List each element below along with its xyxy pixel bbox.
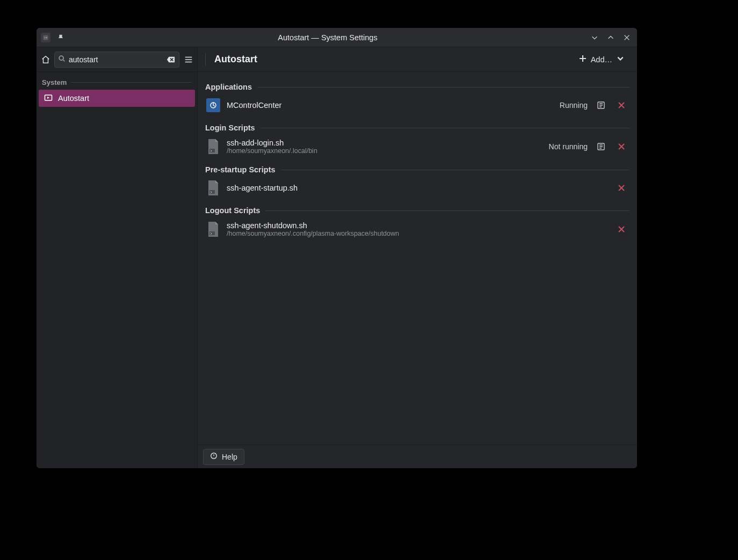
sidebar-item-autostart[interactable]: Autostart xyxy=(39,90,195,107)
divider xyxy=(257,87,630,88)
divider xyxy=(205,53,206,66)
sidebar-body: System Autostart xyxy=(37,72,197,111)
maximize-button[interactable] xyxy=(605,32,617,43)
remove-button[interactable] xyxy=(614,181,628,195)
pin-icon[interactable] xyxy=(55,32,67,43)
list-item[interactable]: ssh-agent-shutdown.sh /home/soumyaxneon/… xyxy=(205,217,630,242)
list-item[interactable]: MControlCenter Running xyxy=(205,93,630,117)
script-file-icon xyxy=(206,222,220,236)
entry-name: ssh-agent-shutdown.sh xyxy=(227,221,399,230)
svg-point-2 xyxy=(46,37,47,38)
plus-icon xyxy=(579,55,587,64)
footer: Help xyxy=(198,445,637,468)
close-button[interactable] xyxy=(621,32,633,43)
main: Autostart Add… Applications xyxy=(198,47,637,468)
remove-button[interactable] xyxy=(614,222,628,236)
page-title: Autostart xyxy=(214,54,257,65)
search-icon xyxy=(58,55,66,64)
autostart-icon xyxy=(44,93,53,104)
sidebar: System Autostart xyxy=(37,47,198,468)
help-icon xyxy=(210,452,218,461)
sidebar-item-label: Autostart xyxy=(58,94,89,103)
svg-rect-0 xyxy=(44,35,48,40)
section-prestartup-scripts: Pre-startup Scripts xyxy=(205,162,630,176)
hamburger-menu-button[interactable] xyxy=(183,52,194,68)
entry-name: ssh-add-login.sh xyxy=(227,139,317,147)
status-label: Running xyxy=(560,101,588,110)
script-file-icon xyxy=(206,181,220,195)
search-input[interactable] xyxy=(69,55,163,64)
titlebar: Autostart — System Settings xyxy=(37,28,637,47)
svg-rect-9 xyxy=(209,190,215,194)
help-label: Help xyxy=(222,453,237,461)
section-label: Login Scripts xyxy=(205,123,255,132)
main-header: Autostart Add… xyxy=(198,47,637,72)
svg-point-3 xyxy=(59,56,63,60)
help-button[interactable]: Help xyxy=(203,449,244,465)
divider xyxy=(265,210,630,211)
list-item[interactable]: ssh-add-login.sh /home/soumyaxneon/.loca… xyxy=(205,134,630,159)
window-title: Autostart — System Settings xyxy=(71,33,584,42)
sidebar-toolbar xyxy=(37,47,197,72)
section-label: Applications xyxy=(205,83,252,91)
divider xyxy=(281,170,630,170)
script-file-icon xyxy=(206,140,220,154)
app-icon xyxy=(41,33,50,42)
remove-button[interactable] xyxy=(614,140,628,154)
chevron-down-icon xyxy=(617,55,624,64)
home-button[interactable] xyxy=(40,52,51,68)
section-login-scripts: Login Scripts xyxy=(205,120,630,134)
entry-name: ssh-agent-startup.sh xyxy=(227,184,298,192)
search-field[interactable] xyxy=(54,52,179,68)
svg-rect-10 xyxy=(209,231,215,235)
add-button[interactable]: Add… xyxy=(574,52,630,68)
status-label: Not running xyxy=(549,142,588,151)
svg-rect-7 xyxy=(209,149,215,152)
svg-point-1 xyxy=(44,37,45,38)
entry-path: /home/soumyaxneon/.config/plasma-workspa… xyxy=(227,230,399,237)
window: Autostart — System Settings xyxy=(37,28,637,468)
minimize-button[interactable] xyxy=(589,32,600,43)
entry-name: MControlCenter xyxy=(227,101,281,110)
clear-search-button[interactable] xyxy=(166,55,176,64)
section-applications: Applications xyxy=(205,79,630,93)
divider xyxy=(261,128,630,128)
properties-button[interactable] xyxy=(594,98,608,112)
entry-path: /home/soumyaxneon/.local/bin xyxy=(227,147,317,155)
section-label: Pre-startup Scripts xyxy=(205,165,276,174)
divider xyxy=(71,82,192,83)
section-label: Logout Scripts xyxy=(205,206,260,215)
main-body: Applications MControlCenter Running xyxy=(198,72,637,445)
remove-button[interactable] xyxy=(614,98,628,112)
add-button-label: Add… xyxy=(591,55,612,64)
sidebar-group-system: System xyxy=(39,76,195,90)
section-logout-scripts: Logout Scripts xyxy=(205,203,630,217)
list-item[interactable]: ssh-agent-startup.sh xyxy=(205,176,630,200)
sidebar-group-label: System xyxy=(42,78,67,86)
properties-button[interactable] xyxy=(594,140,608,154)
content: System Autostart Autostart xyxy=(37,47,637,468)
app-icon xyxy=(206,98,220,112)
